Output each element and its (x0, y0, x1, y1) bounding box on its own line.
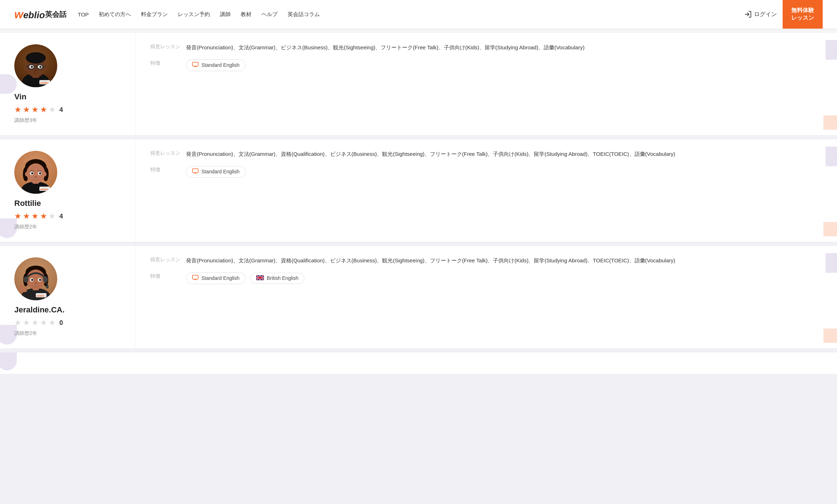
star-4-r: ★ (40, 212, 47, 221)
login-icon (744, 10, 752, 18)
page-background: weblio Vin ★ ★ ★ ★ ★ 4 講師歴3年 得意レッスン (0, 33, 837, 504)
standard-english-label-vin: Standard English (201, 62, 240, 68)
avatar-svg-rottilie: weblio (14, 151, 57, 194)
teacher-card-partial (0, 352, 837, 374)
svg-point-59 (31, 279, 33, 281)
logo-weblio: weblio (14, 8, 45, 21)
standard-english-badge-jeraldine: Standard English (186, 272, 246, 284)
features-label-rottilie: 特徴 (150, 166, 186, 173)
standard-english-label-rottilie: Standard English (201, 169, 240, 174)
avatar-svg-jeraldine: weblio (14, 257, 57, 300)
svg-point-16 (34, 70, 37, 71)
star-4: ★ (40, 105, 47, 114)
deco-orange-right (823, 115, 837, 130)
lessons-label-rottilie: 得意レッスン (150, 149, 186, 157)
svg-point-60 (39, 279, 41, 281)
stars-vin: ★ ★ ★ ★ ★ 4 (14, 105, 63, 114)
content-area: weblio Vin ★ ★ ★ ★ ★ 4 講師歴3年 得意レッスン (0, 33, 837, 374)
nav-help[interactable]: ヘルプ (261, 11, 278, 18)
star-3-j: ★ (31, 318, 39, 327)
card-right-jeraldine: 得意レッスン 発音(Pronunciation)、文法(Grammar)、資格(… (136, 246, 837, 348)
svg-point-56 (46, 286, 49, 288)
star-3-r: ★ (31, 212, 39, 221)
svg-text:weblio: weblio (36, 295, 44, 297)
avatar-vin: weblio (14, 44, 57, 87)
avatar-wrap-vin: weblio (14, 44, 57, 87)
monitor-icon-vin (192, 62, 199, 69)
features-row-rottilie: 特徴 Standard English (150, 166, 823, 178)
standard-english-badge-vin: Standard English (186, 59, 246, 71)
rating-number-jeraldine: 0 (59, 319, 63, 327)
star-4-j: ★ (40, 318, 47, 327)
avatar-wrap-jeraldine: weblio (14, 257, 57, 300)
deco-orange-right-r (823, 222, 837, 236)
teacher-history-jeraldine: 講師歴2年 (14, 330, 37, 337)
stars-jeraldine: ★ ★ ★ ★ ★ 0 (14, 318, 63, 327)
teacher-card: weblio Vin ★ ★ ★ ★ ★ 4 講師歴3年 得意レッスン (0, 33, 837, 135)
deco-purple-right-r (826, 147, 837, 166)
avatar-jeraldine: weblio (14, 257, 57, 300)
british-english-badge-jeraldine: British English (250, 273, 305, 284)
star-5-r: ★ (49, 212, 56, 221)
svg-point-9 (31, 66, 33, 68)
standard-english-label-jeraldine: Standard English (201, 275, 240, 281)
rating-number-rottilie: 4 (59, 213, 63, 220)
features-row-jeraldine: 特徴 Standard English (150, 272, 823, 284)
nav-top[interactable]: TOP (78, 11, 89, 18)
logo[interactable]: weblio 英会話 (14, 8, 67, 21)
avatar-svg-vin: weblio (14, 44, 57, 87)
svg-point-28 (25, 172, 28, 176)
lessons-content-rottilie: 発音(Pronunciation)、文法(Grammar)、資格(Qualifi… (186, 149, 823, 159)
avatar-rottilie: weblio (14, 151, 57, 194)
deco-left-partial (0, 352, 17, 370)
features-content-jeraldine: Standard English (186, 272, 304, 284)
lessons-content-vin: 発音(Pronunciation)、文法(Grammar)、ビジネス(Busin… (186, 43, 823, 52)
main-nav: TOP 初めての方へ 料金プラン レッスン予約 講師 教材 ヘルプ 英会話コラム (78, 11, 744, 18)
avatar-wrap-rottilie: weblio (14, 151, 57, 194)
lessons-row-rottilie: 得意レッスン 発音(Pronunciation)、文法(Grammar)、資格(… (150, 149, 823, 159)
lessons-label-jeraldine: 得意レッスン (150, 256, 186, 263)
teacher-card-jeraldine: weblio Jeraldine.CA. ★ ★ ★ ★ ★ 0 講師歴2年 (0, 246, 837, 348)
deco-purple-right-j (826, 253, 837, 273)
features-label-vin: 特徴 (150, 59, 186, 66)
svg-point-61 (34, 283, 37, 285)
nav-materials[interactable]: 教材 (241, 11, 251, 18)
teacher-name-vin: Vin (14, 92, 26, 102)
header: weblio 英会話 TOP 初めての方へ 料金プラン レッスン予約 講師 教材… (0, 0, 837, 29)
stars-rottilie: ★ ★ ★ ★ ★ 4 (14, 212, 63, 221)
svg-point-54 (24, 276, 29, 283)
nav-reserve[interactable]: レッスン予約 (178, 11, 210, 18)
nav-beginners[interactable]: 初めての方へ (99, 11, 131, 18)
card-left-rottilie: weblio Rottilie ★ ★ ★ ★ ★ 4 講師歴2年 (0, 139, 136, 242)
svg-rect-43 (192, 169, 198, 173)
star-5-j: ★ (49, 318, 56, 327)
card-left-vin: weblio Vin ★ ★ ★ ★ ★ 4 講師歴3年 (0, 33, 136, 135)
monitor-icon-rottilie (192, 168, 199, 175)
svg-text:weblio: weblio (40, 188, 48, 191)
british-english-label-jeraldine: British English (267, 275, 299, 281)
login-label: ログイン (754, 11, 777, 18)
deco-orange-right-j (823, 328, 837, 343)
star-1: ★ (14, 105, 21, 114)
nav-column[interactable]: 英会話コラム (288, 11, 320, 18)
trial-button[interactable]: 無料体験レッスン (783, 0, 823, 29)
svg-point-10 (39, 66, 41, 68)
svg-text:weblio: weblio (40, 81, 48, 84)
login-button[interactable]: ログイン (744, 10, 777, 18)
nav-pricing[interactable]: 料金プラン (141, 11, 168, 18)
svg-point-29 (44, 172, 46, 176)
star-2-r: ★ (23, 212, 30, 221)
standard-english-badge-rottilie: Standard English (186, 166, 246, 178)
svg-point-55 (43, 276, 48, 283)
rating-number-vin: 4 (59, 106, 63, 114)
logo-eikaiwa: 英会話 (45, 10, 67, 19)
star-2-j: ★ (23, 318, 30, 327)
monitor-icon-jeraldine (192, 275, 199, 282)
svg-point-40 (34, 176, 37, 178)
teacher-name-rottilie: Rottilie (14, 199, 41, 208)
features-label-jeraldine: 特徴 (150, 272, 186, 280)
uk-flag-icon (256, 275, 264, 281)
lessons-content-jeraldine: 発音(Pronunciation)、文法(Grammar)、資格(Qualifi… (186, 256, 823, 265)
star-3: ★ (31, 105, 39, 114)
nav-teachers[interactable]: 講師 (220, 11, 231, 18)
